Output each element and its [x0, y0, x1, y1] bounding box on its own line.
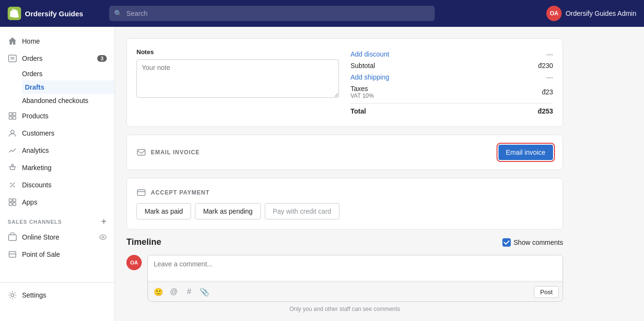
mark-as-pending-button[interactable]: Mark as pending: [195, 203, 261, 219]
analytics-icon: [8, 146, 17, 155]
sidebar-item-home[interactable]: Home: [0, 33, 114, 50]
sidebar-item-analytics[interactable]: Analytics: [0, 142, 114, 159]
sidebar-item-marketing[interactable]: Marketing: [0, 159, 114, 176]
email-invoice-header: EMAIL INVOICE Email invoice: [136, 145, 553, 160]
svg-rect-21: [137, 149, 145, 155]
svg-point-17: [102, 236, 104, 238]
show-comments-toggle[interactable]: Show comments: [502, 238, 563, 247]
settings-icon: [8, 290, 17, 300]
email-invoice-section: EMAIL INVOICE Email invoice: [127, 135, 563, 170]
taxes-label: Taxes: [350, 85, 374, 92]
svg-point-8: [11, 164, 13, 166]
add-shipping-row: Add shipping —: [350, 71, 553, 83]
eye-icon[interactable]: [99, 233, 107, 241]
email-invoice-title-row: EMAIL INVOICE: [136, 148, 200, 157]
checkbox-checked-icon: [502, 238, 511, 247]
total-row: Total đ253: [350, 103, 553, 117]
sales-channels-section: SALES CHANNELS +: [0, 211, 114, 229]
svg-point-9: [11, 183, 12, 184]
notes-pricing-section: Notes Add discount — Subtotal đ230: [127, 39, 563, 126]
search-container: 🔍: [109, 6, 435, 21]
accept-payment-section: ACCEPT PAYMENT Mark as paid Mark as pend…: [127, 178, 563, 229]
total-value: đ253: [538, 107, 553, 115]
mark-as-paid-button[interactable]: Mark as paid: [136, 203, 191, 219]
comment-area: OA 🙂 @ # 📎 Post: [126, 255, 563, 302]
payment-buttons: Mark as paid Mark as pending Pay with cr…: [136, 203, 553, 219]
sidebar-label-settings: Settings: [22, 291, 46, 299]
sidebar-sub-orders-drafts[interactable]: Drafts: [22, 80, 114, 94]
notes-label: Notes: [136, 48, 339, 56]
mention-icon[interactable]: @: [167, 285, 181, 298]
timeline-section: Timeline Show comments OA 🙂 @ # 📎: [126, 237, 563, 312]
orders-badge: 3: [97, 55, 107, 62]
email-invoice-button[interactable]: Email invoice: [498, 145, 553, 160]
svg-point-10: [13, 186, 15, 187]
email-invoice-title: EMAIL INVOICE: [151, 149, 200, 156]
total-label: Total: [350, 107, 366, 115]
apps-icon: [8, 197, 17, 207]
sidebar-item-point-of-sale[interactable]: Point of Sale: [0, 246, 114, 263]
add-discount-row: Add discount —: [350, 48, 553, 60]
search-icon: 🔍: [114, 10, 122, 17]
sidebar-label-home: Home: [22, 37, 40, 45]
sidebar-label-analytics: Analytics: [22, 147, 49, 154]
sidebar-item-orders[interactable]: Orders 3: [0, 50, 114, 67]
post-comment-button[interactable]: Post: [534, 286, 559, 298]
svg-rect-5: [9, 116, 12, 119]
hashtag-icon[interactable]: #: [182, 285, 196, 298]
notes-input[interactable]: [136, 59, 339, 98]
email-invoice-card: EMAIL INVOICE Email invoice: [126, 135, 563, 170]
sidebar-label-customers: Customers: [22, 129, 55, 137]
search-input[interactable]: [109, 6, 435, 21]
sidebar-sub-orders-all[interactable]: Orders: [22, 67, 114, 80]
attachment-icon[interactable]: 📎: [198, 285, 211, 298]
marketing-icon: [8, 163, 17, 172]
sidebar-item-customers[interactable]: Customers: [0, 125, 114, 142]
sidebar-label-marketing: Marketing: [22, 164, 51, 172]
svg-rect-4: [13, 113, 16, 115]
svg-rect-13: [13, 199, 16, 202]
sidebar-label-online-store: Online Store: [22, 233, 59, 241]
svg-rect-16: [9, 235, 16, 241]
accept-payment-title-row: ACCEPT PAYMENT: [136, 188, 553, 197]
sidebar-item-products[interactable]: Products: [0, 107, 114, 125]
timeline-title: Timeline: [126, 237, 161, 247]
notes-pricing-card: Notes Add discount — Subtotal đ230: [126, 38, 563, 127]
sidebar-item-discounts[interactable]: Discounts: [0, 176, 114, 194]
home-icon: [8, 36, 17, 46]
sidebar-label-apps: Apps: [22, 198, 37, 206]
emoji-icon[interactable]: 🙂: [152, 285, 165, 298]
products-icon: [8, 111, 17, 121]
sidebar-item-apps[interactable]: Apps: [0, 194, 114, 211]
svg-point-20: [11, 294, 14, 297]
email-invoice-icon: [136, 148, 146, 157]
svg-rect-6: [13, 116, 16, 119]
add-shipping-link[interactable]: Add shipping: [350, 73, 389, 81]
taxes-row: Taxes VAT 10% đ23: [350, 83, 553, 101]
shopify-logo: [8, 7, 21, 20]
topnav: Ordersify Guides 🔍 OA Ordersify Guides A…: [0, 0, 644, 27]
sidebar: Home Orders 3 Orders Drafts Abandoned ch…: [0, 27, 115, 321]
brand: Ordersify Guides: [8, 7, 103, 20]
svg-rect-18: [9, 252, 16, 257]
add-channel-button[interactable]: +: [102, 217, 107, 227]
add-discount-link[interactable]: Add discount: [350, 50, 389, 58]
pay-with-credit-card-button[interactable]: Pay with credit card: [265, 203, 339, 219]
accept-payment-icon: [136, 188, 146, 197]
taxes-value: đ23: [542, 88, 553, 96]
orders-icon: [8, 54, 17, 63]
comment-toolbar: 🙂 @ # 📎 Post: [148, 282, 563, 301]
sidebar-sub-orders-abandoned[interactable]: Abandoned checkouts: [22, 94, 114, 107]
user-avatar: OA: [546, 6, 562, 21]
comment-box: 🙂 @ # 📎 Post: [147, 255, 563, 302]
comment-input[interactable]: [148, 255, 563, 280]
taxes-sub-label: VAT 10%: [350, 92, 374, 99]
svg-rect-14: [9, 203, 12, 206]
discounts-icon: [8, 180, 17, 190]
user-menu[interactable]: OA Ordersify Guides Admin: [546, 6, 636, 21]
sidebar-item-online-store[interactable]: Online Store: [0, 229, 114, 246]
timeline-header: Timeline Show comments: [126, 237, 563, 247]
add-shipping-value: —: [546, 73, 553, 81]
sidebar-item-settings[interactable]: Settings: [0, 287, 114, 304]
online-store-icon: [8, 232, 17, 242]
